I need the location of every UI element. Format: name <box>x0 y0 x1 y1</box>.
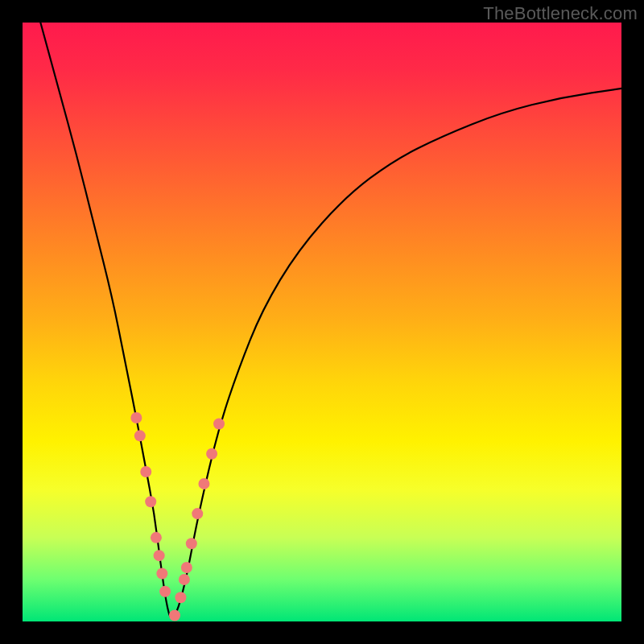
highlight-dot <box>175 592 186 603</box>
watermark-text: TheBottleneck.com <box>483 3 638 24</box>
highlight-dot <box>186 538 197 549</box>
highlight-dot <box>179 574 190 585</box>
bottleneck-curve <box>40 23 621 618</box>
highlight-dot <box>154 550 165 561</box>
highlight-dot <box>145 496 156 507</box>
highlight-dot <box>151 532 162 543</box>
plot-area <box>23 23 621 621</box>
highlight-dot <box>206 448 217 460</box>
highlight-dot <box>130 412 142 423</box>
chart-svg <box>23 23 621 621</box>
highlight-dots-left <box>130 412 171 597</box>
highlight-dot <box>159 586 171 597</box>
highlight-dot <box>140 466 151 477</box>
highlight-dot <box>213 418 225 429</box>
highlight-dot <box>156 568 167 579</box>
highlight-dot <box>169 610 180 621</box>
highlight-dot <box>181 562 192 573</box>
highlight-dot <box>134 430 146 441</box>
highlight-dot <box>198 478 209 489</box>
highlight-dot <box>192 508 203 519</box>
outer-frame: TheBottleneck.com <box>0 0 644 644</box>
